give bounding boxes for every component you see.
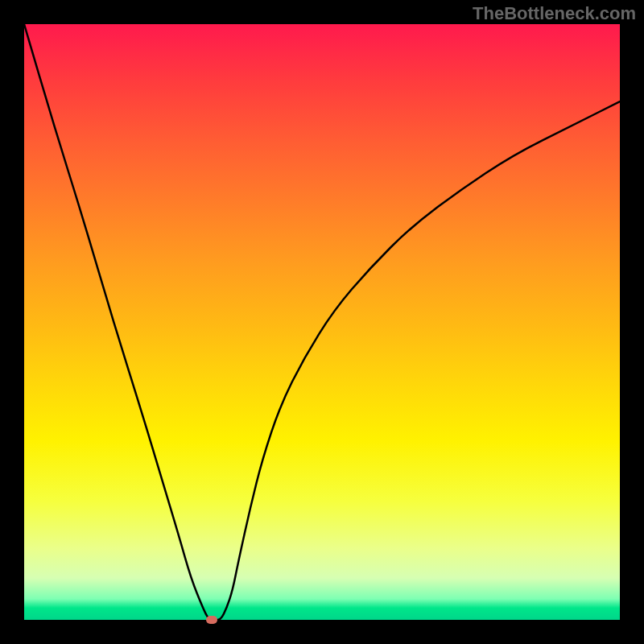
chart-curve	[24, 24, 620, 620]
chart-minimum-marker	[206, 616, 217, 624]
chart-plot-area	[24, 24, 620, 620]
watermark-text: TheBottleneck.com	[473, 3, 636, 24]
